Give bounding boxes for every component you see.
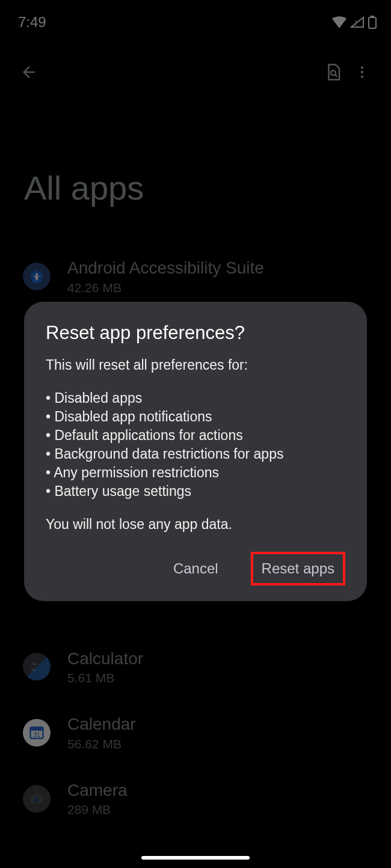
app-name: Calculator — [67, 649, 143, 669]
dialog-bullet: Disabled apps — [46, 389, 345, 408]
app-name: Camera — [67, 780, 128, 801]
dialog-bullets: Disabled apps Disabled app notifications… — [46, 389, 345, 501]
more-vert-icon — [354, 64, 370, 80]
page-title: All apps — [0, 90, 391, 243]
reset-apps-button[interactable]: Reset apps — [262, 560, 334, 577]
status-icons: ! — [332, 16, 377, 29]
app-name: Android Accessibility Suite — [67, 258, 264, 278]
dialog-body: This will reset all preferences for: Dis… — [46, 356, 345, 534]
wifi-icon — [332, 16, 346, 28]
dialog-bullet: Disabled app notifications — [46, 408, 345, 426]
arrow-back-icon — [20, 63, 38, 81]
tutorial-highlight: Reset apps — [251, 552, 345, 585]
app-size: 56.62 MB — [67, 737, 136, 751]
svg-rect-17 — [35, 793, 39, 795]
svg-text:!: ! — [355, 19, 357, 28]
app-item-calculator[interactable]: −×+= Calculator 5.61 MB — [11, 634, 380, 700]
dialog-bullet: Battery usage settings — [46, 482, 345, 501]
toolbar — [0, 36, 391, 90]
dialog-bullet: Background data restrictions for apps — [46, 445, 345, 463]
dialog-bullet: Any permission restrictions — [46, 463, 345, 482]
app-item-accessibility[interactable]: Android Accessibility Suite 42.26 MB — [11, 243, 380, 310]
svg-point-6 — [361, 71, 363, 73]
search-in-page-icon — [324, 63, 342, 81]
app-name: Calendar — [67, 714, 136, 735]
svg-rect-2 — [371, 16, 374, 17]
app-item-calendar[interactable]: 31 Calendar 56.62 MB — [11, 700, 380, 766]
svg-rect-13 — [31, 727, 43, 731]
app-icon-accessibility — [23, 263, 51, 290]
gesture-bar[interactable] — [141, 856, 250, 860]
more-options-button[interactable] — [348, 58, 377, 87]
app-icon-camera — [23, 785, 51, 813]
svg-line-4 — [335, 75, 337, 77]
svg-text:−×: −× — [31, 661, 37, 667]
cancel-button[interactable]: Cancel — [162, 552, 229, 585]
dialog-title: Reset app preferences? — [46, 322, 345, 344]
svg-point-9 — [35, 273, 38, 275]
dialog-lead: This will reset all preferences for: — [46, 356, 345, 374]
app-icon-calendar: 31 — [23, 719, 51, 747]
search-button[interactable] — [319, 58, 348, 87]
app-item-camera[interactable]: Camera 289 MB — [11, 766, 380, 832]
svg-rect-1 — [369, 17, 376, 28]
svg-text:31: 31 — [33, 731, 40, 738]
app-size: 5.61 MB — [67, 671, 143, 685]
signal-icon: ! — [350, 16, 365, 28]
svg-point-16 — [34, 796, 40, 802]
app-size: 42.26 MB — [67, 281, 264, 295]
dialog-actions: Cancel Reset apps — [46, 552, 345, 585]
back-button[interactable] — [14, 58, 43, 87]
svg-point-5 — [361, 66, 363, 69]
dialog-footer: You will not lose any app data. — [46, 515, 345, 534]
app-size: 289 MB — [67, 802, 128, 817]
app-icon-calculator: −×+= — [23, 653, 51, 680]
status-bar: 7:49 ! — [0, 0, 391, 36]
status-time: 7:49 — [18, 14, 46, 31]
svg-text:+=: += — [31, 667, 37, 673]
svg-point-7 — [361, 75, 363, 78]
battery-icon — [368, 16, 377, 29]
reset-preferences-dialog: Reset app preferences? This will reset a… — [24, 302, 367, 601]
dialog-bullet: Default applications for actions — [46, 426, 345, 445]
